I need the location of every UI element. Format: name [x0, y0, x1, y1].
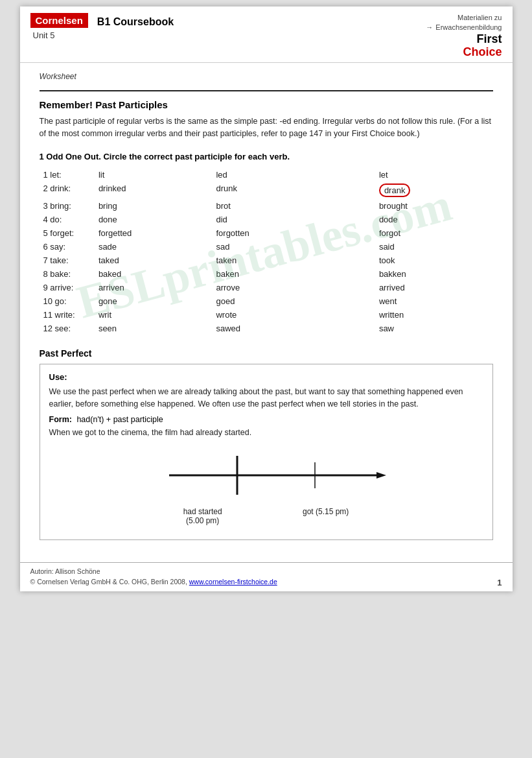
verb-option: did: [212, 213, 375, 226]
info-box: Use: We use the past perfect when we are…: [40, 364, 493, 541]
svg-marker-1: [376, 472, 386, 479]
verb-num: 6 say:: [40, 240, 95, 254]
table-row: 8 bake: baked baken bakken: [40, 267, 493, 281]
content: Worksheet Remember! Past Participles The…: [20, 63, 513, 556]
verb-option: wrote: [212, 308, 375, 322]
verb-option: lit: [95, 168, 213, 182]
verb-num: 9 arrive:: [40, 281, 95, 294]
form-bold: Form:: [49, 415, 72, 424]
timeline-labels: had started (5.00 pm) got (5.15 pm): [143, 507, 389, 525]
header-left: Cornelsen B1 Coursebook Unit 5: [30, 13, 174, 40]
verb-option: baked: [95, 267, 213, 281]
website-link[interactable]: www.cornelsen-firstchoice.de: [189, 578, 277, 586]
verb-option: led: [212, 168, 375, 182]
verb-option: done: [95, 213, 213, 226]
exercise-heading: 1 Odd One Out. Circle the correct past p…: [40, 152, 493, 161]
verb-num: 8 bake:: [40, 267, 95, 281]
page: ESLprintables.com Cornelsen B1 Courseboo…: [20, 6, 513, 591]
header-right: Materialien zu → Erwachsenenbildung Firs…: [426, 13, 502, 58]
table-row: 11 write: writ wrote written: [40, 308, 493, 322]
table-row: 10 go: gone goed went: [40, 294, 493, 308]
verb-option-circled: drank: [375, 182, 493, 199]
verb-option: taken: [212, 254, 375, 267]
cornelsen-logo: Cornelsen: [30, 13, 88, 28]
verb-num: 4 do:: [40, 213, 95, 226]
verb-option: arriven: [95, 281, 213, 294]
verb-option: sad: [212, 240, 375, 254]
verb-option: let: [375, 168, 493, 182]
table-row: 2 drink: drinked drunk drank: [40, 182, 493, 199]
table-row: 5 forget: forgetted forgotten forgot: [40, 226, 493, 240]
verb-num: 3 bring:: [40, 199, 95, 213]
verb-option: said: [375, 240, 493, 254]
section-heading: Remember! Past Participles: [40, 99, 493, 110]
unit-subtitle: Unit 5: [33, 30, 174, 40]
verb-option: sade: [95, 240, 213, 254]
header: Cornelsen B1 Coursebook Unit 5 Materiali…: [20, 6, 513, 63]
form-label: Form: had(n't) + past participle: [49, 415, 483, 424]
table-row: 4 do: done did dode: [40, 213, 493, 226]
verb-option: drunk: [212, 182, 375, 199]
autorin-text: Autorin: Allison Schöne: [30, 567, 277, 577]
verb-option: dode: [375, 213, 493, 226]
verb-option: forgot: [375, 226, 493, 240]
footer: Autorin: Allison Schöne © Cornelsen Verl…: [20, 562, 513, 591]
section-divider: [40, 90, 493, 91]
verb-option: arrived: [375, 281, 493, 294]
verb-option: drinked: [95, 182, 213, 199]
verb-option: written: [375, 308, 493, 322]
use-text: We use the past perfect when we are alre…: [49, 386, 483, 410]
table-row: 9 arrive: arriven arrove arrived: [40, 281, 493, 294]
past-perfect-section: Past Perfect Use: We use the past perfec…: [40, 348, 493, 541]
verb-option: went: [375, 294, 493, 308]
verb-option: forgetted: [95, 226, 213, 240]
verb-num: 1 let:: [40, 168, 95, 182]
verb-option: bakken: [375, 267, 493, 281]
past-perfect-heading: Past Perfect: [40, 348, 493, 359]
verb-num: 10 go:: [40, 294, 95, 308]
first-choice-logo: First Choice: [463, 33, 502, 59]
table-row: 12 see: seen sawed saw: [40, 322, 493, 335]
footer-left: Autorin: Allison Schöne © Cornelsen Verl…: [30, 567, 277, 587]
verb-num: 5 forget:: [40, 226, 95, 240]
verb-option: seen: [95, 322, 213, 335]
verb-option: writ: [95, 308, 213, 322]
verb-option: brought: [375, 199, 493, 213]
verb-option: bring: [95, 199, 213, 213]
table-row: 1 let: lit led let: [40, 168, 493, 182]
verb-num: 12 see:: [40, 322, 95, 335]
verb-option: sawed: [212, 322, 375, 335]
coursebook-title: B1 Coursebook: [97, 16, 174, 28]
verb-num: 2 drink:: [40, 182, 95, 199]
copyright-text: © Cornelsen Verlag GmbH & Co. OHG, Berli…: [30, 577, 277, 587]
verb-option: arrove: [212, 281, 375, 294]
label-got: got (5.15 pm): [303, 507, 349, 525]
verb-option: took: [375, 254, 493, 267]
intro-text: The past participle of regular verbs is …: [40, 115, 493, 140]
form-text: had(n't) + past participle: [76, 415, 163, 424]
table-row: 6 say: sade sad said: [40, 240, 493, 254]
verb-option: saw: [375, 322, 493, 335]
verb-option: gone: [95, 294, 213, 308]
verb-table: 1 let: lit led let 2 drink: drinked drun…: [40, 168, 493, 335]
table-row: 7 take: taked taken took: [40, 254, 493, 267]
worksheet-label: Worksheet: [40, 72, 493, 81]
timeline-container: had started (5.00 pm) got (5.15 pm): [49, 446, 483, 525]
table-row: 3 bring: bring brot brought: [40, 199, 493, 213]
example-sentence: When we got to the cinema, the film had …: [49, 428, 483, 437]
timeline-svg: [130, 446, 402, 504]
verb-option: brot: [212, 199, 375, 213]
materialien-text: Materialien zu → Erwachsenenbildung: [426, 13, 502, 33]
verb-option: goed: [212, 294, 375, 308]
verb-option: taked: [95, 254, 213, 267]
verb-option: baken: [212, 267, 375, 281]
verb-option: forgotten: [212, 226, 375, 240]
use-label: Use:: [49, 372, 483, 382]
verb-num: 11 write:: [40, 308, 95, 322]
page-number: 1: [497, 578, 502, 587]
verb-num: 7 take:: [40, 254, 95, 267]
label-had-started: had started (5.00 pm): [183, 507, 222, 525]
